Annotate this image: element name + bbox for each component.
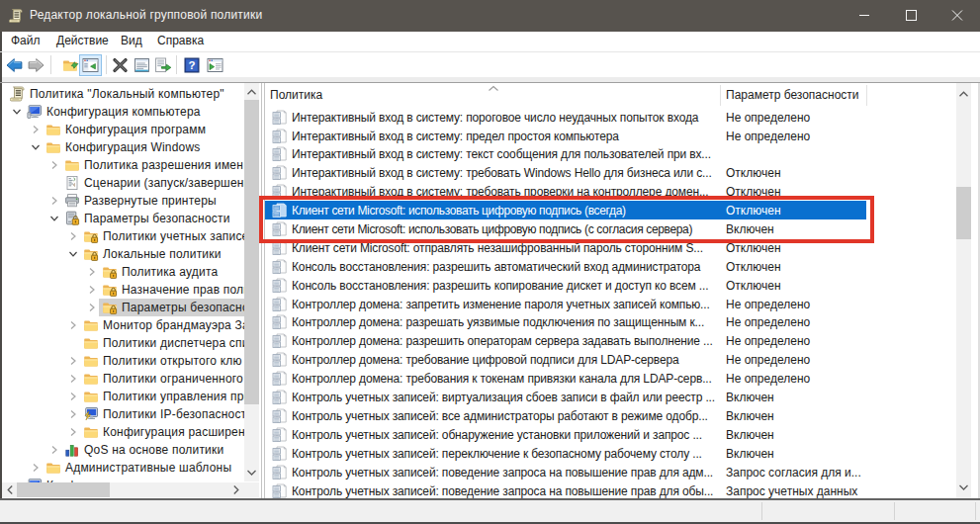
- svg-text:?: ?: [188, 59, 195, 71]
